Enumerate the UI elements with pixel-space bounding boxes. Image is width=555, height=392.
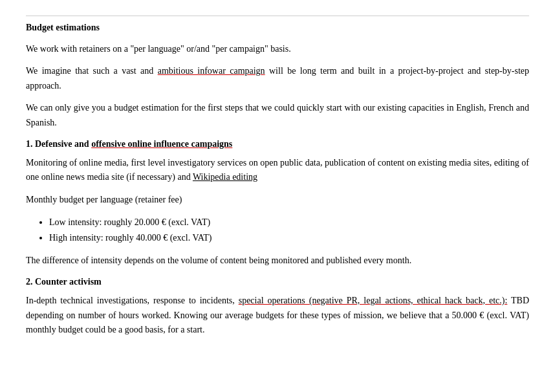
monthly-budget-label: Monthly budget per language (retainer fe… [26, 193, 529, 207]
section1-heading: 1. Defensive and offensive online influe… [26, 139, 529, 149]
section1-p1-before: Monitoring of online media, first level … [26, 158, 529, 182]
section2-heading: 2. Counter activism [26, 277, 529, 287]
paragraph-1-text: We work with retainers on a "per languag… [26, 44, 291, 54]
section1-heading-text: 1. Defensive and [26, 139, 91, 149]
special-operations-link[interactable]: special operations (negative PR, legal a… [239, 296, 508, 305]
ambitious-infowar-link[interactable]: ambitious infowar campaign [158, 66, 265, 76]
main-heading: Budget estimations [26, 16, 529, 33]
budget-list: Low intensity: roughly 20.000 € (excl. V… [49, 215, 529, 246]
paragraph-2-before: We imagine that such a vast and [26, 66, 158, 76]
wikipedia-editing-link[interactable]: Wikipedia editing [193, 172, 257, 182]
paragraph-3-text: We can only give you a budget estimation… [26, 103, 529, 127]
paragraph-1: We work with retainers on a "per languag… [26, 42, 529, 56]
paragraph-difference: The difference of intensity depends on t… [26, 254, 529, 268]
section1-paragraph: Monitoring of online media, first level … [26, 156, 529, 185]
section2-paragraph: In-depth technical investigations, respo… [26, 294, 529, 337]
budget-high: High intensity: roughly 40.000 € (excl. … [49, 230, 529, 246]
paragraph-2: We imagine that such a vast and ambitiou… [26, 64, 529, 93]
section2-p1-before: In-depth technical investigations, respo… [26, 296, 239, 305]
paragraph-3: We can only give you a budget estimation… [26, 101, 529, 130]
page-container: Budget estimations We work with retainer… [0, 0, 555, 360]
budget-low: Low intensity: roughly 20.000 € (excl. V… [49, 215, 529, 230]
offensive-online-link[interactable]: offensive online influence campaigns [91, 139, 232, 149]
